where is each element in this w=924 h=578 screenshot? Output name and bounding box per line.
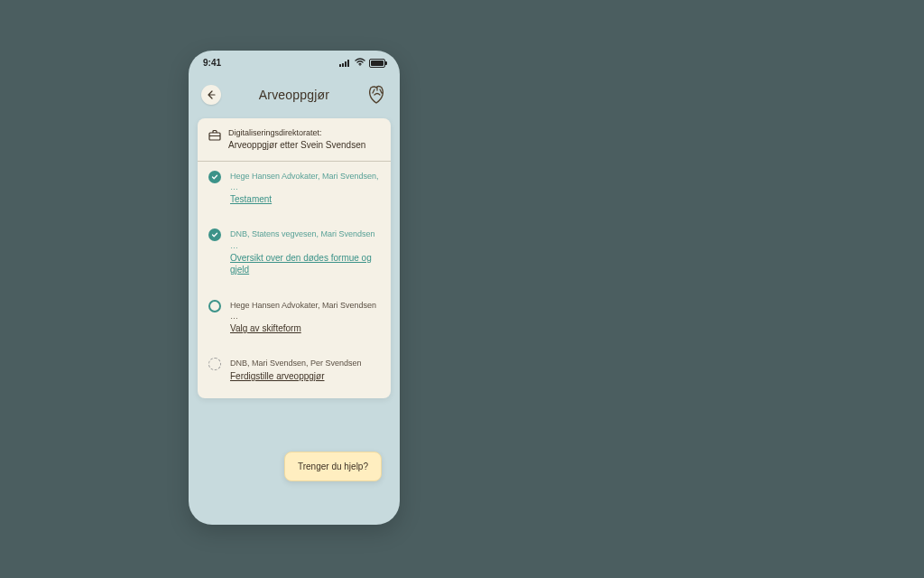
- step-link-oversikt[interactable]: Oversikt over den dødes formue og gjeld: [230, 252, 380, 276]
- back-button[interactable]: [201, 85, 221, 105]
- step-list: Hege Hansen Advokater, Mari Svendsen, … …: [198, 162, 391, 398]
- status-time: 9:41: [203, 58, 221, 68]
- case-card: Digitaliseringsdirektoratet: Arveoppgjør…: [198, 118, 391, 398]
- step-item: Hege Hansen Advokater, Mari Svendsen … V…: [208, 300, 380, 359]
- page-title: Arveoppgjør: [259, 88, 329, 102]
- page-header: Arveoppgjør: [189, 68, 400, 118]
- cellular-signal-icon: [339, 60, 351, 67]
- case-header: Digitaliseringsdirektoratet: Arveoppgjør…: [198, 118, 391, 162]
- norway-crest-icon: [367, 84, 387, 106]
- case-title: Arveoppgjør etter Svein Svendsen: [228, 139, 365, 152]
- step-link-skifteform[interactable]: Valg av skifteform: [230, 322, 301, 335]
- battery-icon: [369, 59, 385, 68]
- help-button[interactable]: Trenger du hjelp?: [284, 452, 382, 481]
- status-indicators: [339, 58, 385, 68]
- help-label: Trenger du hjelp?: [298, 461, 368, 471]
- step-link-testament[interactable]: Testament: [230, 193, 272, 206]
- step-item: DNB, Statens vegvesen, Mari Svendsen … O…: [208, 228, 380, 299]
- check-circle-icon: [208, 228, 221, 241]
- step-meta: DNB, Statens vegvesen, Mari Svendsen …: [230, 228, 380, 250]
- step-meta: Hege Hansen Advokater, Mari Svendsen …: [230, 300, 380, 322]
- step-meta: DNB, Mari Svendsen, Per Svendsen: [230, 358, 362, 368]
- case-org: Digitaliseringsdirektoratet:: [228, 127, 365, 138]
- phone-frame: 9:41 Arveoppgjør Digitaliseringsdirektor…: [189, 51, 400, 525]
- status-bar: 9:41: [189, 51, 400, 68]
- step-link-ferdigstille[interactable]: Ferdigstille arveoppgjør: [230, 370, 325, 383]
- step-item: Hege Hansen Advokater, Mari Svendsen, … …: [208, 171, 380, 229]
- step-meta: Hege Hansen Advokater, Mari Svendsen, …: [230, 171, 380, 192]
- briefcase-icon: [208, 128, 221, 144]
- future-step-icon: [208, 358, 221, 370]
- svg-point-0: [359, 64, 361, 66]
- wifi-icon: [355, 58, 365, 68]
- arrow-left-icon: [207, 90, 216, 99]
- case-header-text: Digitaliseringsdirektoratet: Arveoppgjør…: [228, 127, 365, 152]
- step-item: DNB, Mari Svendsen, Per Svendsen Ferdigs…: [208, 358, 380, 386]
- current-step-icon: [208, 300, 221, 312]
- check-circle-icon: [208, 171, 221, 183]
